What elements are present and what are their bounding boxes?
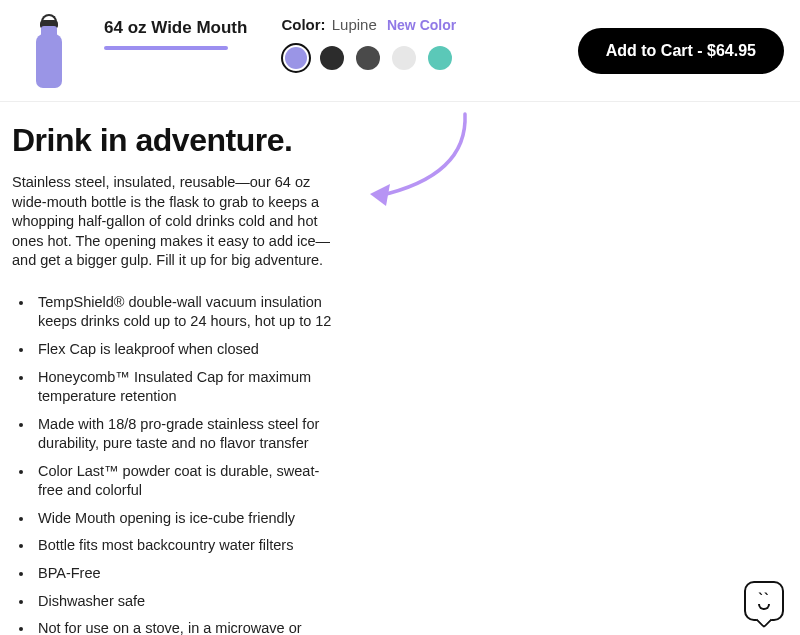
chat-widget-button[interactable]: `` [744, 581, 784, 621]
feature-item: Not for use on a stove, in a microwave o… [34, 619, 342, 635]
color-value: Lupine [332, 16, 377, 33]
product-title-block: 64 oz Wide Mouth [104, 10, 247, 50]
color-swatch-stone[interactable] [353, 43, 383, 73]
feature-item: Made with 18/8 pro-grade stainless steel… [34, 415, 342, 454]
color-swatch-lupine[interactable] [281, 43, 311, 73]
feature-item: Honeycomb™ Insulated Cap for maximum tem… [34, 368, 342, 407]
title-underline [104, 46, 228, 50]
feature-item: Bottle fits most backcountry water filte… [34, 536, 342, 556]
feature-item: TempShield® double-wall vacuum insulatio… [34, 293, 342, 332]
color-swatch-dew[interactable] [425, 43, 455, 73]
feature-item: Color Last™ powder coat is durable, swea… [34, 462, 342, 501]
color-swatch-black[interactable] [317, 43, 347, 73]
product-details: Drink in adventure. Stainless steel, ins… [0, 102, 800, 635]
feature-item: BPA-Free [34, 564, 342, 584]
product-thumbnail [14, 10, 84, 88]
feature-list: TempShield® double-wall vacuum insulatio… [12, 293, 342, 635]
product-title: 64 oz Wide Mouth [104, 18, 247, 38]
feature-item: Flex Cap is leakproof when closed [34, 340, 342, 360]
feature-item: Dishwasher safe [34, 592, 342, 612]
new-color-badge: New Color [387, 17, 456, 33]
color-selector: Color: Lupine New Color [281, 10, 456, 73]
callout-arrow-icon [360, 106, 480, 216]
color-label: Color: [281, 16, 325, 33]
feature-item: Wide Mouth opening is ice-cube friendly [34, 509, 342, 529]
add-to-cart-button[interactable]: Add to Cart - $64.95 [578, 28, 784, 74]
product-description: Stainless steel, insulated, reusable—our… [12, 173, 342, 271]
color-swatch-white[interactable] [389, 43, 419, 73]
color-swatches [281, 43, 456, 73]
sticky-product-bar: 64 oz Wide Mouth Color: Lupine New Color… [0, 0, 800, 102]
